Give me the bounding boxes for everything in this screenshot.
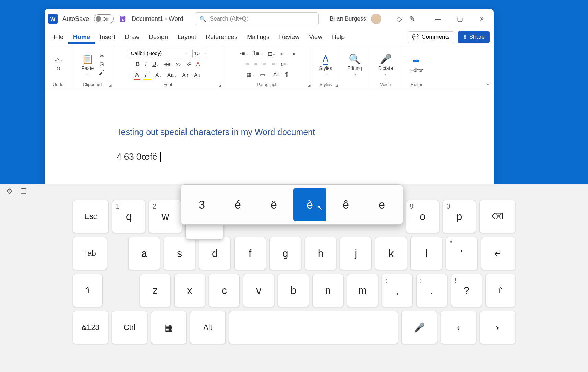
key-esc[interactable]: Esc <box>73 200 109 233</box>
paragraph-dialog-launcher[interactable]: ◢ <box>308 83 310 88</box>
key-x[interactable]: x <box>174 274 205 307</box>
document-canvas[interactable]: Testing out special characters in my Wor… <box>45 89 494 189</box>
accent-option-e-diaeresis[interactable]: ë <box>257 188 290 221</box>
key-shift-left[interactable]: ⇧ <box>73 274 103 307</box>
close-button[interactable]: ✕ <box>473 12 490 26</box>
key-s[interactable]: s <box>164 237 195 270</box>
key-g[interactable]: g <box>269 237 301 270</box>
key-left-arrow[interactable]: ‹ <box>441 311 476 344</box>
key-q[interactable]: 1q <box>112 200 145 233</box>
gear-icon[interactable]: ⚙ <box>6 187 12 195</box>
menu-home[interactable]: Home <box>68 31 95 44</box>
key-right-arrow[interactable]: › <box>480 311 515 344</box>
menu-references[interactable]: References <box>201 31 242 44</box>
numbering-button[interactable]: 1≡⌵ <box>252 50 263 58</box>
shrink-font-button[interactable]: A↓ <box>193 71 202 80</box>
diamond-icon[interactable]: ◇ <box>395 15 403 23</box>
menu-file[interactable]: File <box>49 31 68 44</box>
font-name-selector[interactable]: Calibri (Body)⌵ <box>129 49 190 58</box>
share-button[interactable]: ⇪ Share <box>458 31 490 43</box>
key-shift-right[interactable]: ⇧ <box>485 274 515 307</box>
maximize-button[interactable]: ▢ <box>451 12 468 26</box>
clipboard-dialog-launcher[interactable]: ◢ <box>109 83 111 88</box>
key-tab[interactable]: Tab <box>73 237 107 270</box>
key-ctrl[interactable]: Ctrl <box>112 311 147 344</box>
strikethrough-button[interactable]: ab <box>163 61 172 69</box>
key-alt[interactable]: Alt <box>190 311 226 344</box>
key-question[interactable]: !? <box>451 274 482 307</box>
sort-button[interactable]: A↓ <box>272 71 281 79</box>
font-fill-button[interactable]: A⌵ <box>154 71 163 80</box>
accent-option-e-acute[interactable]: é <box>221 188 254 221</box>
paste-button[interactable]: 📋 Paste ⌵ <box>79 53 97 75</box>
accent-option-3[interactable]: 3 <box>185 188 218 221</box>
change-case-button[interactable]: Aa⌵ <box>166 71 178 80</box>
key-k[interactable]: k <box>375 237 407 270</box>
grow-font-button[interactable]: A↑ <box>181 71 190 80</box>
menu-design[interactable]: Design <box>144 31 173 44</box>
key-n[interactable]: n <box>312 274 344 307</box>
justify-button[interactable]: ≡ <box>270 61 276 68</box>
key-m[interactable]: m <box>347 274 378 307</box>
menu-draw[interactable]: Draw <box>120 31 144 44</box>
key-z[interactable]: z <box>140 274 171 307</box>
autosave-toggle[interactable]: Off <box>94 14 114 23</box>
dictate-button[interactable]: 🎤 Dictate ⌵ <box>375 53 396 75</box>
key-h[interactable]: h <box>305 237 337 270</box>
pen-icon[interactable]: ✎ <box>408 15 416 23</box>
accent-option-e-circumflex[interactable]: ê <box>329 188 362 221</box>
align-center-button[interactable]: ≡ <box>253 61 259 68</box>
shading-button[interactable]: ▦⌵ <box>245 71 256 79</box>
comments-button[interactable]: 💬 Comments <box>408 31 454 43</box>
borders-button[interactable]: ▭⌵ <box>259 71 269 79</box>
key-windows[interactable]: ▦ <box>151 311 187 344</box>
cut-button[interactable]: ✂ <box>98 52 106 60</box>
minimize-button[interactable]: — <box>429 12 446 26</box>
multilevel-button[interactable]: ⊟⌵ <box>266 50 276 58</box>
font-size-selector[interactable]: 16⌵ <box>192 49 207 58</box>
copy-button[interactable]: ⎘ <box>98 61 106 68</box>
key-space[interactable] <box>229 311 398 344</box>
key-j[interactable]: j <box>340 237 372 270</box>
accent-option-e-macron[interactable]: ē <box>365 188 398 221</box>
key-c[interactable]: c <box>209 274 240 307</box>
key-b[interactable]: b <box>278 274 309 307</box>
increase-indent-button[interactable]: ⇥ <box>289 50 296 58</box>
undo-button[interactable]: ↶⌵ <box>53 56 63 64</box>
ribbon-collapse-button[interactable]: ⌵ <box>486 80 490 86</box>
key-o[interactable]: 9o <box>406 200 439 233</box>
key-symbols[interactable]: &123 <box>73 311 108 344</box>
format-painter-button[interactable]: 🖌 <box>98 69 106 76</box>
menu-view[interactable]: View <box>304 31 327 44</box>
key-comma[interactable]: ;, <box>382 274 413 307</box>
key-p[interactable]: 0p <box>443 200 476 233</box>
key-mic[interactable]: 🎤 <box>401 311 437 344</box>
menu-help[interactable]: Help <box>327 31 349 44</box>
styles-button[interactable]: A̲ Styles ⌵ <box>316 53 335 75</box>
key-enter[interactable]: ↵ <box>481 237 515 270</box>
redo-button[interactable]: ↻ <box>55 65 62 73</box>
align-right-button[interactable]: ≡ <box>262 61 267 68</box>
menu-mailings[interactable]: Mailings <box>242 31 274 44</box>
highlight-button[interactable]: 🖊 <box>143 71 151 80</box>
menu-insert[interactable]: Insert <box>95 31 120 44</box>
avatar[interactable] <box>371 14 381 24</box>
save-button[interactable] <box>119 15 127 23</box>
menu-layout[interactable]: Layout <box>173 31 201 44</box>
styles-dialog-launcher[interactable]: ◢ <box>335 83 338 88</box>
key-d[interactable]: d <box>199 237 231 270</box>
editing-button[interactable]: 🔍 Editing ⌵ <box>345 53 365 75</box>
italic-button[interactable]: I <box>144 61 148 69</box>
key-backspace[interactable]: ⌫ <box>479 200 515 233</box>
key-l[interactable]: l <box>410 237 442 270</box>
user-name[interactable]: Brian Burgess <box>329 15 366 22</box>
key-f[interactable]: f <box>234 237 266 270</box>
menu-review[interactable]: Review <box>274 31 304 44</box>
key-apostrophe[interactable]: "' <box>446 237 478 270</box>
key-a[interactable]: a <box>128 237 160 270</box>
key-v[interactable]: v <box>243 274 274 307</box>
bullets-button[interactable]: •≡⌵ <box>238 50 249 58</box>
sticker-icon[interactable]: ❐ <box>21 187 27 195</box>
font-dialog-launcher[interactable]: ◢ <box>218 83 221 88</box>
key-w[interactable]: 2w <box>149 200 182 233</box>
